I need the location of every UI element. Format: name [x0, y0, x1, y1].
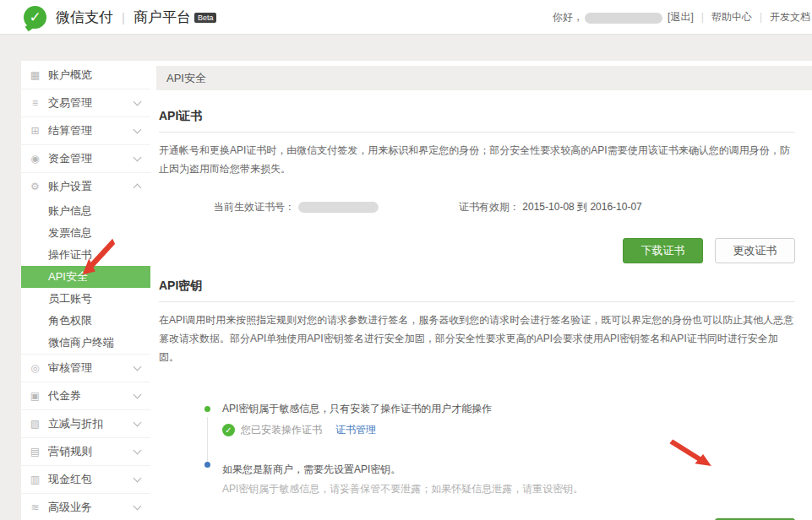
sidebar-item-review-management[interactable]: ◎ 审核管理 — [21, 354, 150, 382]
logout-link[interactable]: [退出] — [668, 10, 694, 24]
blue-bullet-icon — [204, 462, 210, 468]
sidebar-subitem-role-permission[interactable]: 角色权限 — [21, 310, 150, 332]
table-icon: ⊞ — [29, 125, 41, 137]
timeline-connector — [207, 417, 208, 466]
gear-icon: ⚙ — [29, 181, 41, 192]
discount-icon: ▧ — [29, 418, 41, 430]
sidebar-item-label: 审核管理 — [48, 360, 134, 376]
money-bag-icon: ◉ — [29, 153, 41, 165]
list-icon: ≡ — [29, 97, 41, 109]
sidebar-item-cash-redpacket[interactable]: ▥ 现金红包 — [21, 465, 150, 493]
ticket-icon: ▣ — [29, 390, 41, 402]
validity-dates: 2015-10-08 到 2016-10-07 — [522, 201, 641, 213]
sidebar-item-settlement-management[interactable]: ⊞ 结算管理 — [21, 116, 150, 144]
sidebar-item-label: 资金管理 — [48, 151, 134, 166]
help-center-link[interactable]: 帮助中心 — [711, 10, 752, 24]
sidebar-item-voucher[interactable]: ▣ 代金券 — [21, 382, 150, 409]
sidebar-item-label: 营销规则 — [48, 444, 134, 459]
sidebar-item-label: 交易管理 — [48, 95, 134, 111]
chevron-down-icon — [134, 502, 142, 511]
sidebar-item-label: 账户设置 — [48, 179, 134, 194]
sidebar-item-account-settings[interactable]: ⚙ 账户设置 — [21, 172, 150, 200]
sidebar-item-account-overview[interactable]: ▦ 账户概览 — [21, 61, 150, 89]
sidebar-subitem-account-info[interactable]: 账户信息 — [21, 200, 150, 222]
point2-text: 如果您是新商户，需要先设置API密钥。 — [205, 463, 795, 477]
sidebar-subitem-wechat-merchant-terminal[interactable]: 微信商户终端 — [21, 332, 150, 354]
cert-buttons-row: 下载证书 更改证书 — [150, 238, 795, 263]
circle-icon: ◎ — [29, 362, 41, 374]
sidebar-item-label: 高级业务 — [48, 500, 134, 515]
validity-label: 证书有效期： — [459, 201, 520, 213]
chevron-up-icon — [134, 184, 142, 192]
point1-status-row: ✓ 您已安装操作证书 证书管理 — [222, 423, 795, 437]
api-cert-description: 开通帐号和更换API证书时，由微信支付签发，用来标识和界定您的身份；部分安全性要… — [159, 141, 795, 178]
api-key-points: API密钥属于敏感信息，只有安装了操作证书的用户才能操作 ✓ 您已安装操作证书 … — [205, 402, 795, 496]
nav-divider: | — [760, 11, 762, 23]
cert-info-row: 当前生效证书号： 证书有效期： 2015-10-08 到 2016-10-07 — [214, 200, 812, 214]
cert-number-redacted — [298, 202, 379, 213]
username-redacted — [585, 13, 662, 24]
cert-installed-status: 您已安装操作证书 — [241, 423, 322, 437]
top-header: ✓ 微信支付 | 商户平台 Beta 你好， [退出] | 帮助中心 | 开发文… — [0, 0, 812, 35]
sidebar-item-label: 账户概览 — [48, 68, 140, 83]
sidebar-subitem-staff-account[interactable]: 员工账号 — [21, 288, 150, 310]
page-title: API安全 — [156, 66, 812, 90]
chevron-down-icon — [134, 391, 142, 399]
brand-separator: | — [122, 10, 125, 24]
check-circle-icon: ✓ — [222, 424, 235, 436]
greeting-label: 你好， — [553, 10, 583, 24]
api-key-heading: API密钥 — [159, 279, 795, 302]
sidebar-item-label: 现金红包 — [48, 472, 134, 487]
cert-management-link[interactable]: 证书管理 — [335, 423, 376, 437]
chevron-down-icon — [134, 363, 142, 371]
sidebar-subitem-api-security[interactable]: API安全 — [21, 266, 150, 288]
current-cert-label: 当前生效证书号： — [214, 200, 295, 214]
sidebar-item-label: 结算管理 — [48, 123, 134, 138]
nav-divider: | — [701, 11, 704, 23]
sidebar-item-advanced-business[interactable]: ≋ 高级业务 — [21, 493, 150, 520]
green-bullet-icon — [204, 406, 210, 412]
point1-text: API密钥属于敏感信息，只有安装了操作证书的用户才能操作 — [205, 402, 795, 416]
layers-icon: ≋ — [29, 501, 41, 513]
chevron-down-icon — [134, 474, 142, 483]
sidebar-item-funds-management[interactable]: ◉ 资金管理 — [21, 144, 150, 172]
product-title: 商户平台 — [134, 8, 191, 27]
download-cert-button[interactable]: 下载证书 — [623, 238, 703, 263]
grid-icon: ▦ — [29, 69, 41, 81]
wechat-pay-logo-icon: ✓ — [24, 6, 46, 29]
sidebar-subitem-operation-cert[interactable]: 操作证书 — [21, 244, 150, 266]
sidebar-item-marketing-rules[interactable]: ▤ 营销规则 — [21, 437, 150, 465]
chevron-down-icon — [134, 98, 142, 106]
cert-validity: 证书有效期： 2015-10-08 到 2016-10-07 — [459, 200, 642, 214]
sidebar-item-label: 立减与折扣 — [48, 416, 134, 431]
main-content: API安全 API证书 开通帐号和更换API证书时，由微信支付签发，用来标识和界… — [150, 61, 812, 520]
red-envelope-icon: ▥ — [29, 474, 41, 485]
chevron-down-icon — [134, 419, 142, 427]
document-icon: ▤ — [29, 446, 41, 458]
sidebar-item-label: 代金券 — [48, 388, 134, 404]
check-glyph: ✓ — [225, 425, 232, 435]
api-cert-heading: API证书 — [159, 109, 795, 133]
sidebar-subitem-invoice-info[interactable]: 发票信息 — [21, 222, 150, 244]
point2-note: API密钥属于敏感信息，请妥善保管不要泄露；如果怀疑信息泄露，请重设密钥。 — [205, 482, 795, 496]
chevron-down-icon — [134, 154, 142, 162]
header-nav: 你好， [退出] | 帮助中心 | 开发文档 — [553, 10, 812, 24]
brand-title: 微信支付 — [56, 8, 113, 27]
dev-docs-link[interactable]: 开发文档 — [770, 10, 810, 24]
logo-check-glyph: ✓ — [29, 10, 41, 24]
sidebar: ▦ 账户概览 ≡ 交易管理 ⊞ 结算管理 ◉ 资金管理 ⚙ 账户设置 账户信息 … — [21, 61, 150, 520]
sidebar-item-discount[interactable]: ▧ 立减与折扣 — [21, 409, 150, 437]
change-cert-button[interactable]: 更改证书 — [715, 238, 795, 263]
sidebar-item-trade-management[interactable]: ≡ 交易管理 — [21, 89, 150, 116]
chevron-down-icon — [134, 126, 142, 134]
chevron-down-icon — [134, 447, 142, 455]
account-settings-submenu: 账户信息 发票信息 操作证书 API安全 员工账号 角色权限 微信商户终端 — [21, 200, 150, 354]
api-key-description: 在API调用时用来按照指定规则对您的请求参数进行签名，服务器收到您的请求时会进行… — [159, 311, 795, 366]
beta-badge: Beta — [194, 13, 217, 23]
